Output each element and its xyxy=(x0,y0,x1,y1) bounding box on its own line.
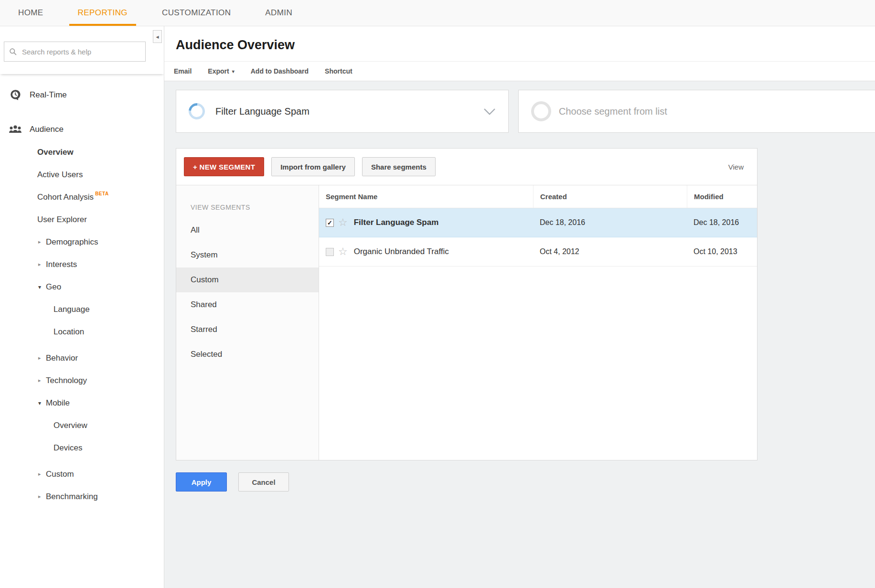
sidebar-search-area: ◂ xyxy=(0,26,164,74)
sidebar: ◂ Real-Time Audience Overview Active Use… xyxy=(0,26,164,588)
view-label: View xyxy=(728,163,744,171)
search-box xyxy=(4,42,146,62)
segment-modified-date: Dec 18, 2016 xyxy=(687,218,757,227)
star-icon[interactable]: ☆ xyxy=(338,246,348,257)
star-icon[interactable]: ☆ xyxy=(338,217,348,228)
sidebar-item-audience[interactable]: Audience xyxy=(0,118,164,141)
arrow-right-icon: ▸ xyxy=(38,471,46,477)
arrow-down-icon: ▾ xyxy=(38,284,46,290)
search-input[interactable] xyxy=(21,47,140,56)
segment-manager-panel: + NEW SEGMENT Import from gallery Share … xyxy=(176,148,758,460)
new-segment-button[interactable]: + NEW SEGMENT xyxy=(184,157,264,176)
segments-table-header: Segment Name Created Modified xyxy=(319,185,757,208)
sidebar-item-mobile-overview[interactable]: Overview xyxy=(0,414,164,437)
segment-modified-date: Oct 10, 2013 xyxy=(687,247,757,256)
sidebar-item-custom[interactable]: ▸ Custom xyxy=(0,463,164,485)
report-navigation: Real-Time Audience Overview Active Users… xyxy=(0,74,164,508)
beta-badge: BETA xyxy=(95,191,108,196)
cancel-button[interactable]: Cancel xyxy=(238,472,289,492)
segment-name: Organic Unbranded Traffic xyxy=(354,247,449,257)
sidebar-item-devices[interactable]: Devices xyxy=(0,437,164,459)
column-header-segment-name: Segment Name xyxy=(319,185,533,208)
current-segment-label: Filter Language Spam xyxy=(215,106,309,117)
nav-tab-customization[interactable]: CUSTOMIZATION xyxy=(153,0,239,26)
segment-donut-icon xyxy=(185,100,208,123)
choose-segment-card[interactable]: Choose segment from list xyxy=(518,90,875,133)
nav-tab-home[interactable]: HOME xyxy=(10,0,52,26)
real-time-icon xyxy=(8,89,23,101)
page-title: Audience Overview xyxy=(176,38,875,53)
sidebar-item-real-time[interactable]: Real-Time xyxy=(0,84,164,107)
arrow-right-icon: ▸ xyxy=(38,377,46,384)
segment-created-date: Dec 18, 2016 xyxy=(533,218,687,227)
sidebar-collapse-button[interactable]: ◂ xyxy=(153,30,162,43)
main-content: Audience Overview Email Export ▾ Add to … xyxy=(164,26,875,588)
sidebar-item-cohort-analysis[interactable]: Cohort Analysis BETA xyxy=(0,186,164,208)
sidebar-item-mobile[interactable]: ▾ Mobile xyxy=(0,392,164,414)
segment-donut-icon xyxy=(531,101,551,121)
sidebar-item-technology[interactable]: ▸ Technology xyxy=(0,369,164,392)
search-icon xyxy=(9,48,17,56)
chevron-down-icon[interactable] xyxy=(483,108,496,115)
view-segments-title: VIEW SEGMENTS xyxy=(176,203,319,211)
caret-down-icon: ▾ xyxy=(232,69,235,74)
sidebar-item-benchmarking[interactable]: ▸ Benchmarking xyxy=(0,485,164,508)
view-segments-list: VIEW SEGMENTS All System Custom Shared S… xyxy=(176,185,319,460)
sidebar-item-overview[interactable]: Overview xyxy=(0,141,164,163)
current-segment-card[interactable]: Filter Language Spam xyxy=(176,90,509,133)
sidebar-item-interests[interactable]: ▸ Interests xyxy=(0,253,164,276)
sidebar-item-demographics[interactable]: ▸ Demographics xyxy=(0,231,164,253)
segment-filter-all[interactable]: All xyxy=(176,218,319,243)
share-segments-button[interactable]: Share segments xyxy=(362,157,436,176)
choose-segment-label: Choose segment from list xyxy=(559,106,667,117)
segment-name: Filter Language Spam xyxy=(354,218,439,227)
segment-filter-system[interactable]: System xyxy=(176,243,319,267)
column-header-modified: Modified xyxy=(687,185,757,208)
sidebar-item-location[interactable]: Location xyxy=(0,321,164,343)
segment-checkbox[interactable]: ✓ xyxy=(326,248,334,256)
sidebar-item-geo[interactable]: ▾ Geo xyxy=(0,276,164,298)
segment-pickers: Filter Language Spam Choose segment from… xyxy=(176,90,875,133)
segment-filter-custom[interactable]: Custom xyxy=(176,267,319,292)
sidebar-item-behavior[interactable]: ▸ Behavior xyxy=(0,347,164,369)
report-content: Filter Language Spam Choose segment from… xyxy=(164,81,875,588)
segment-filter-shared[interactable]: Shared xyxy=(176,292,319,317)
segment-checkbox[interactable]: ✓ xyxy=(326,219,334,227)
add-to-dashboard-action[interactable]: Add to Dashboard xyxy=(251,67,309,75)
arrow-right-icon: ▸ xyxy=(38,355,46,361)
export-action[interactable]: Export ▾ xyxy=(208,67,234,75)
sidebar-item-language[interactable]: Language xyxy=(0,298,164,321)
column-header-created: Created xyxy=(533,185,687,208)
email-action[interactable]: Email xyxy=(174,67,192,75)
sidebar-item-active-users[interactable]: Active Users xyxy=(0,163,164,186)
segment-row-organic-unbranded-traffic[interactable]: ✓ ☆ Organic Unbranded Traffic Oct 4, 201… xyxy=(319,237,757,267)
report-action-bar: Email Export ▾ Add to Dashboard Shortcut xyxy=(164,61,875,81)
segments-table: Segment Name Created Modified ✓ ☆ Filter… xyxy=(319,185,757,460)
segment-created-date: Oct 4, 2012 xyxy=(533,247,687,256)
top-navigation: HOME REPORTING CUSTOMIZATION ADMIN xyxy=(0,0,875,26)
sidebar-item-user-explorer[interactable]: User Explorer xyxy=(0,208,164,231)
segment-toolbar: + NEW SEGMENT Import from gallery Share … xyxy=(176,149,757,185)
nav-tab-admin[interactable]: ADMIN xyxy=(256,0,301,26)
arrow-right-icon: ▸ xyxy=(38,239,46,245)
page-header: Audience Overview Email Export ▾ Add to … xyxy=(164,26,875,81)
apply-button[interactable]: Apply xyxy=(176,472,227,492)
segment-filter-selected[interactable]: Selected xyxy=(176,342,319,367)
check-icon: ✓ xyxy=(327,220,332,226)
arrow-right-icon: ▸ xyxy=(38,493,46,500)
segment-panel-footer: Apply Cancel xyxy=(176,472,875,492)
audience-icon xyxy=(8,124,23,135)
arrow-right-icon: ▸ xyxy=(38,261,46,267)
import-from-gallery-button[interactable]: Import from gallery xyxy=(271,157,355,176)
nav-tab-reporting[interactable]: REPORTING xyxy=(69,0,136,26)
arrow-down-icon: ▾ xyxy=(38,400,46,406)
segment-filter-starred[interactable]: Starred xyxy=(176,317,319,342)
segment-row-filter-language-spam[interactable]: ✓ ☆ Filter Language Spam Dec 18, 2016 De… xyxy=(319,208,757,237)
shortcut-action[interactable]: Shortcut xyxy=(325,67,352,75)
